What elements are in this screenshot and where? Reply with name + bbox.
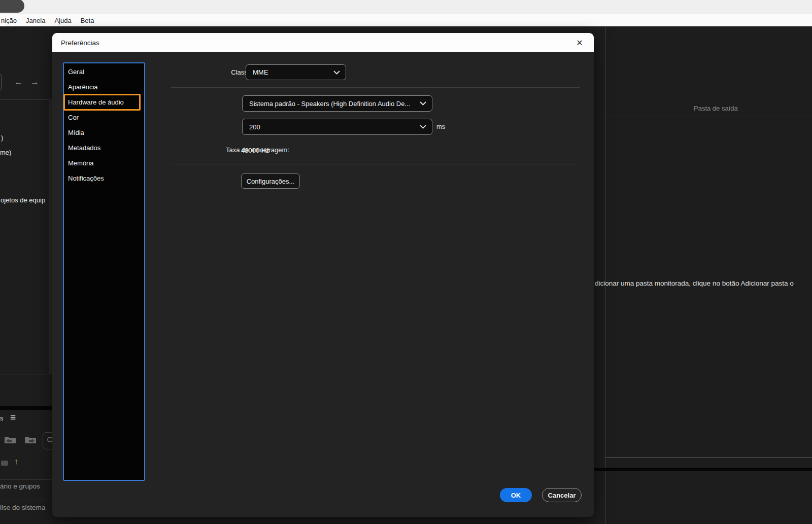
export-folder-icon[interactable]	[24, 435, 37, 444]
category-cor[interactable]: Cor	[64, 110, 144, 125]
row-divider	[0, 501, 52, 501]
list-row-fragment[interactable]: lise do sistema	[0, 504, 45, 511]
panel-divider	[605, 458, 812, 458]
dialog-titlebar[interactable]: Preferências ✕	[52, 33, 594, 52]
hamburger-menu-icon[interactable]: ≡	[10, 412, 16, 423]
back-arrow-icon[interactable]: ←	[14, 77, 23, 87]
device-class-dropdown[interactable]: MME	[246, 64, 346, 80]
category-notificacoes[interactable]: Notificações	[64, 171, 144, 186]
latency-value: 200	[243, 123, 420, 131]
forward-arrow-icon[interactable]: →	[30, 77, 39, 87]
category-midia[interactable]: Mídia	[64, 125, 144, 141]
import-folder-icon[interactable]	[4, 435, 16, 444]
close-icon[interactable]: ✕	[572, 36, 587, 50]
panel-divider	[0, 374, 52, 374]
latency-dropdown[interactable]: 200	[242, 119, 432, 135]
preferences-dialog: Preferências ✕ Geral Aparência Hardware …	[52, 33, 594, 517]
panel-gap	[0, 406, 52, 410]
panel-divider	[0, 99, 52, 100]
category-metadados[interactable]: Metadados	[64, 141, 144, 156]
preferences-category-list: Geral Aparência Hardware de áudio Cor Mí…	[63, 62, 145, 481]
latency-unit: ms	[436, 123, 445, 130]
section-divider	[171, 87, 580, 88]
sample-rate-value: 48000 Hz	[241, 147, 269, 154]
default-output-value: Sistema padrão - Speakers (High Definiti…	[243, 100, 420, 108]
chevron-down-icon	[420, 101, 426, 106]
category-hardware-de-audio[interactable]: Hardware de áudio	[64, 95, 144, 110]
list-item-fragment: ojetos de equip	[1, 196, 45, 204]
menu-item-ajuda[interactable]: Ajuda	[54, 17, 71, 24]
cancel-button[interactable]: Cancelar	[542, 488, 582, 502]
list-item-fragment: me)	[0, 149, 11, 156]
chevron-down-icon	[333, 71, 340, 75]
up-arrow-icon[interactable]: ↑	[14, 457, 18, 466]
menu-item-beta[interactable]: Beta	[81, 17, 94, 24]
output-folder-column-header: Pasta de saída	[694, 104, 738, 112]
dialog-title: Preferências	[61, 39, 572, 47]
category-aparencia[interactable]: Aparência	[64, 80, 144, 95]
default-output-dropdown[interactable]: Sistema padrão - Speakers (High Definiti…	[242, 95, 432, 112]
panel-title-fragment: s	[0, 414, 4, 422]
chevron-down-icon	[420, 125, 426, 129]
list-item-fragment: )	[1, 134, 3, 142]
menu-item-nicao[interactable]: nição	[1, 17, 17, 24]
category-geral[interactable]: Geral	[64, 64, 144, 80]
window-pill	[0, 0, 24, 13]
category-memoria[interactable]: Memória	[64, 156, 144, 171]
watch-folder-hint: dicionar uma pasta monitorada, clique no…	[595, 280, 794, 287]
list-row-fragment[interactable]: ário e grupos	[0, 482, 40, 490]
panel-gap	[594, 468, 812, 471]
partial-icon	[1, 461, 8, 466]
section-divider	[171, 164, 580, 164]
os-topbar	[0, 0, 812, 14]
header-divider	[605, 116, 812, 116]
app-menubar: nição Janela Ajuda Beta	[0, 14, 812, 27]
row-divider	[0, 479, 52, 480]
sample-rate-label: Taxa de amostragem:	[171, 143, 289, 158]
settings-button[interactable]: Configurações...	[241, 173, 300, 189]
ok-button[interactable]: OK	[500, 488, 532, 502]
panel-border	[605, 27, 606, 524]
menu-item-janela[interactable]: Janela	[26, 17, 45, 24]
screen: nição Janela Ajuda Beta ← → ) me) ojetos…	[0, 0, 812, 524]
device-class-value: MME	[246, 68, 333, 76]
toolbar-button-fragment	[0, 74, 2, 90]
